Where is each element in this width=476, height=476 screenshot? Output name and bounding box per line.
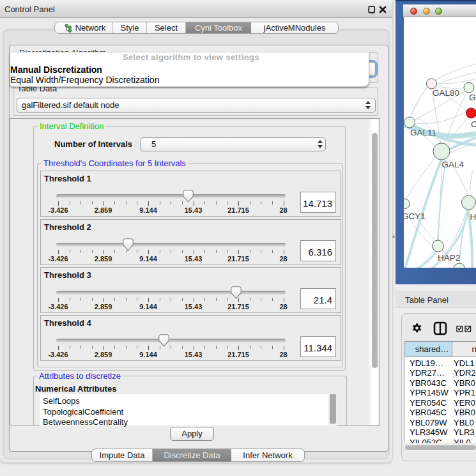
svg-text:H: H xyxy=(470,212,476,222)
svg-text:GAL4: GAL4 xyxy=(442,160,464,169)
svg-text:GA: GA xyxy=(469,93,476,102)
svg-text:GAL11: GAL11 xyxy=(410,128,436,137)
svg-text:GAL80: GAL80 xyxy=(433,88,459,98)
svg-text:GCY1: GCY1 xyxy=(404,211,426,221)
svg-text:C: C xyxy=(471,119,476,129)
svg-text:HAP2: HAP2 xyxy=(438,253,460,263)
